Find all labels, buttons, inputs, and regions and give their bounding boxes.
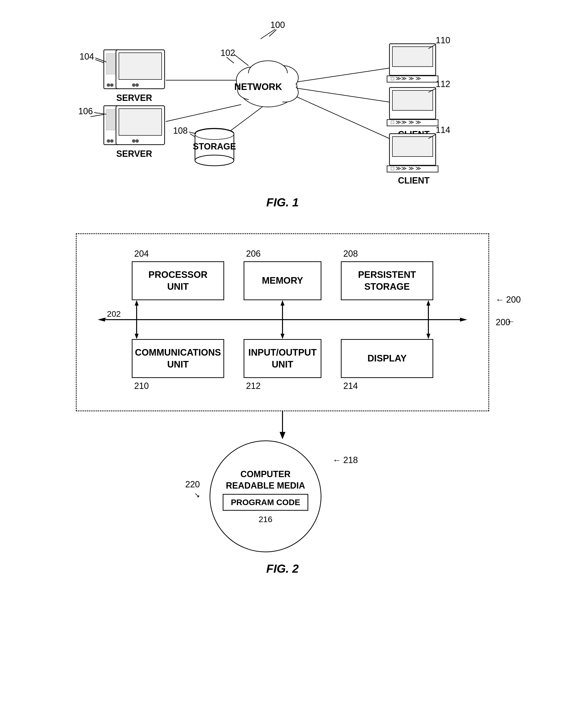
svg-text:108: 108: [173, 126, 188, 136]
ref-212: 212: [244, 381, 321, 391]
svg-line-2: [90, 114, 105, 117]
svg-text:□ ≫≫ ≫ ≫: □ ≫≫ ≫ ≫: [391, 119, 421, 125]
svg-marker-77: [460, 318, 467, 322]
ref-200-arrow: ←: [506, 316, 515, 326]
svg-rect-56: [387, 166, 438, 172]
ref-214: 214: [341, 381, 433, 391]
svg-rect-46: [387, 76, 438, 82]
svg-point-30: [107, 139, 110, 143]
ref-206: 206: [244, 249, 321, 259]
fig1-label: FIG. 1: [266, 196, 299, 209]
svg-rect-50: [392, 90, 433, 110]
svg-rect-32: [116, 106, 165, 145]
svg-text:NETWORK: NETWORK: [234, 82, 282, 92]
svg-line-4: [227, 57, 234, 63]
svg-point-35: [135, 139, 139, 143]
svg-text:202: 202: [107, 309, 121, 318]
svg-line-72: [428, 88, 436, 92]
svg-text:112: 112: [436, 79, 450, 89]
svg-line-7: [292, 68, 389, 83]
fig2-section: 200 ← 204 206 208 PROCESSOR UNIT MEMORY: [15, 233, 550, 575]
svg-rect-51: [387, 120, 438, 126]
svg-point-15: [238, 80, 264, 100]
svg-line-60: [269, 30, 276, 36]
ref-208: 208: [341, 249, 433, 259]
bottom-refs: 210 212 214: [89, 381, 476, 391]
svg-rect-49: [389, 88, 436, 119]
svg-rect-38: [195, 134, 234, 160]
svg-point-41: [195, 155, 234, 166]
ref-210: 210: [132, 381, 224, 391]
svg-line-3: [190, 134, 197, 139]
svg-text:□ ≫≫ ≫ ≫: □ ≫≫ ≫ ≫: [391, 165, 421, 171]
svg-text:CLIENT: CLIENT: [398, 175, 430, 185]
svg-point-13: [267, 66, 298, 90]
bus-area: 202: [89, 300, 476, 339]
svg-text:STORAGE: STORAGE: [193, 141, 236, 151]
svg-text:104: 104: [79, 52, 94, 61]
svg-text:102: 102: [221, 48, 235, 58]
svg-text:100: 100: [270, 20, 285, 30]
svg-marker-89: [426, 334, 430, 339]
svg-rect-44: [389, 44, 436, 75]
fig2-label: FIG. 2: [266, 562, 299, 575]
svg-point-31: [110, 139, 114, 143]
svg-point-26: [135, 83, 139, 87]
svg-marker-81: [135, 334, 139, 339]
persistent-storage-box: PERSISTENT STORAGE: [341, 261, 433, 300]
arrow-svg: [258, 411, 307, 440]
ref-218-container: ← 218: [333, 455, 358, 465]
svg-line-0: [261, 29, 275, 39]
ref-204: 204: [132, 249, 224, 259]
svg-point-11: [239, 68, 297, 107]
media-circle: COMPUTER READABLE MEDIA PROGRAM CODE 216: [210, 440, 321, 552]
svg-rect-24: [119, 53, 162, 79]
svg-point-21: [107, 83, 110, 87]
svg-marker-76: [98, 318, 105, 322]
io-to-media-arrow: [76, 411, 489, 440]
input-output-unit-box: INPUT/OUTPUT UNIT: [244, 339, 321, 378]
top-row-components: PROCESSOR UNIT MEMORY PERSISTENT STORAGE: [89, 261, 476, 300]
svg-point-42: [195, 129, 234, 140]
svg-rect-29: [106, 109, 117, 130]
svg-point-37: [195, 128, 234, 139]
svg-point-25: [132, 83, 135, 87]
media-circle-container: ← 218 COMPUTER READABLE MEDIA PROGRAM CO…: [210, 440, 321, 552]
bus-svg: 202: [90, 300, 475, 339]
media-section: 220 ↘ ← 218 COMPUTER READABLE MEDIA: [76, 440, 489, 552]
svg-line-74: [428, 134, 436, 139]
svg-point-14: [248, 61, 287, 85]
svg-text:106: 106: [78, 106, 93, 116]
svg-rect-55: [392, 137, 433, 157]
program-code-box: PROGRAM CODE: [223, 494, 308, 511]
svg-rect-45: [392, 47, 433, 67]
svg-line-10: [227, 105, 265, 134]
display-box: DISPLAY: [341, 339, 433, 378]
data-flow-diagram: 200 ← 204 206 208 PROCESSOR UNIT MEMORY: [76, 233, 489, 411]
svg-line-70: [428, 45, 435, 49]
svg-point-16: [272, 83, 298, 102]
svg-line-62: [95, 58, 106, 62]
svg-rect-54: [389, 134, 436, 165]
svg-marker-87: [426, 300, 430, 306]
bottom-row-components: COMMUNICATIONS UNIT INPUT/OUTPUT UNIT DI…: [89, 339, 476, 378]
svg-line-68: [234, 54, 248, 66]
svg-rect-20: [106, 53, 117, 74]
svg-text:CLIENT: CLIENT: [398, 86, 430, 96]
top-refs: 204 206 208: [89, 249, 476, 259]
svg-line-1: [95, 60, 105, 63]
svg-point-17: [240, 68, 296, 105]
processor-unit-box: PROCESSOR UNIT: [132, 261, 224, 300]
svg-marker-83: [281, 300, 284, 306]
fig2-outer: 200 ← 204 206 208 PROCESSOR UNIT MEMORY: [76, 233, 489, 552]
svg-line-66: [189, 132, 196, 134]
svg-line-8: [292, 88, 389, 102]
svg-text:□ ≫≫ ≫ ≫: □ ≫≫ ≫ ≫: [391, 75, 421, 81]
svg-text:SERVER: SERVER: [116, 93, 152, 103]
svg-rect-28: [104, 106, 120, 145]
svg-point-22: [110, 83, 114, 87]
ref-220-container: 220 ↘: [185, 479, 200, 499]
svg-text:110: 110: [436, 35, 450, 45]
svg-text:CLIENT: CLIENT: [398, 129, 430, 139]
svg-rect-33: [119, 109, 162, 135]
